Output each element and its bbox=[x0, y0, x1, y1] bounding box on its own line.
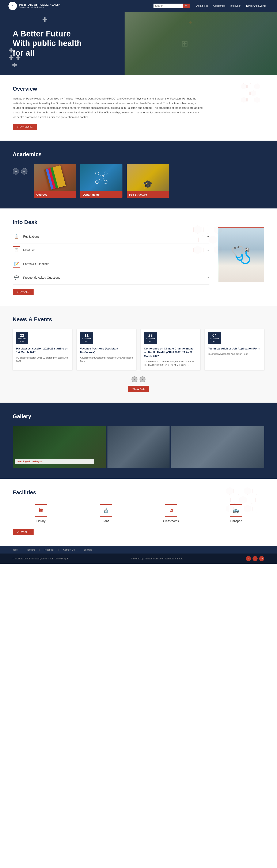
svg-line-5 bbox=[99, 175, 100, 176]
classrooms-icon: 🖥 bbox=[165, 504, 177, 517]
news-prev-btn[interactable]: ← bbox=[132, 376, 137, 382]
news-card-1[interactable]: 22 February2022 PG classes, session 2021… bbox=[13, 329, 73, 370]
gallery-image-1[interactable]: Learning will make you bbox=[13, 426, 106, 468]
info-item-faq[interactable]: 💬 Frequently Asked Questions → bbox=[13, 271, 210, 284]
deco-hexagons-overview bbox=[241, 84, 260, 104]
hero-heading: A Better Future With public health for a… bbox=[13, 29, 82, 58]
academics-next-btn[interactable]: → bbox=[21, 168, 27, 175]
news-text-1: PG classes session 2021-22 starting on 1… bbox=[16, 356, 69, 363]
facilities-deco bbox=[226, 487, 260, 513]
nav-about-iph[interactable]: About IPH bbox=[194, 4, 211, 8]
facility-classrooms[interactable]: 🖥 Classrooms bbox=[143, 504, 199, 523]
footer-link-tenders[interactable]: Tenders bbox=[27, 549, 35, 551]
academics-card-courses[interactable]: Courses bbox=[34, 164, 76, 198]
info-desk-right: 🩺 bbox=[218, 227, 264, 295]
academics-card-departments[interactable]: Departments bbox=[80, 164, 122, 198]
org-name: INSTITUTE OF PUBLIC HEALTH bbox=[19, 3, 60, 6]
gallery-banner: Learning will make you bbox=[15, 459, 94, 464]
gallery-image-3[interactable] bbox=[171, 426, 264, 468]
news-text-4: Technical Advisor Job Application Form bbox=[208, 352, 261, 356]
overview-text: Institute of Public Health is recognized… bbox=[13, 96, 203, 120]
navbar: IPH INSTITUTE OF PUBLIC HEALTH Governmen… bbox=[0, 0, 277, 12]
svg-point-3 bbox=[95, 180, 99, 184]
search-button[interactable]: 🔍 bbox=[183, 4, 190, 8]
logo-icon: IPH bbox=[8, 2, 17, 10]
gallery-grid: Learning will make you bbox=[13, 426, 264, 468]
nav-info-desk[interactable]: Info Desk bbox=[228, 4, 244, 8]
linkedin-icon[interactable]: in bbox=[259, 556, 264, 561]
logo[interactable]: IPH INSTITUTE OF PUBLIC HEALTH Governmen… bbox=[8, 2, 60, 10]
overview-title: Overview bbox=[13, 86, 264, 92]
forms-label: Forms & Guidelines bbox=[23, 262, 206, 266]
faq-arrow: → bbox=[206, 276, 210, 279]
news-card-2[interactable]: 11 December2021 Vacancy Positions (Assis… bbox=[77, 329, 136, 370]
news-text-3: Conference on Climate Change Impact on P… bbox=[144, 360, 197, 367]
news-events-section: News & Events 22 February2022 PG classes… bbox=[0, 306, 277, 403]
svg-point-4 bbox=[104, 180, 107, 184]
facilities-view-all-btn[interactable]: VIEW ALL bbox=[13, 529, 33, 535]
departments-image bbox=[80, 164, 122, 191]
view-more-button[interactable]: VIEW MORE bbox=[13, 124, 37, 130]
classrooms-label: Classrooms bbox=[143, 519, 199, 523]
departments-label: Departments bbox=[80, 191, 122, 198]
academics-title: Academics bbox=[13, 151, 264, 158]
faq-icon: 💬 bbox=[13, 274, 20, 281]
footer-link-contact[interactable]: Contact Us bbox=[63, 549, 75, 551]
overview-section: Overview Institute of Public Health is r… bbox=[0, 75, 277, 141]
search-input[interactable] bbox=[154, 4, 183, 8]
news-date-3: 23 December2021 bbox=[144, 332, 157, 344]
fee-image: 🎓 bbox=[127, 164, 169, 191]
news-title-4: Technical Advisor Job Application Form bbox=[208, 347, 261, 350]
facilities-section: Facilities 🏛 Library 🔬 Labs 🖥 Classrooms… bbox=[0, 479, 277, 546]
info-desk-view-all-btn[interactable]: VIEW ALL bbox=[13, 289, 33, 295]
academics-prev-btn[interactable]: ← bbox=[13, 168, 19, 175]
fee-label: Fee Structure bbox=[127, 191, 169, 198]
news-card-4[interactable]: 04 December2021 Technical Advisor Job Ap… bbox=[204, 329, 264, 370]
svg-line-7 bbox=[99, 179, 100, 180]
footer-link-feedback[interactable]: Feedback bbox=[44, 549, 54, 551]
facebook-icon[interactable]: f bbox=[246, 556, 251, 561]
twitter-icon[interactable]: t bbox=[252, 556, 257, 561]
academics-nav: ← → bbox=[13, 168, 27, 175]
news-nav: ← → bbox=[13, 376, 264, 382]
svg-point-1 bbox=[95, 172, 99, 175]
news-title-1: PG classes, session 2021-22 starting on … bbox=[16, 347, 69, 354]
navbar-right: 🔍 About IPH Academics Info Desk News And… bbox=[154, 4, 269, 8]
news-title-3: Conference on Climate Change Impact on P… bbox=[144, 347, 197, 358]
publications-label: Publications bbox=[23, 235, 206, 238]
gallery-image-2[interactable] bbox=[108, 426, 169, 468]
academics-section: Academics ← → Courses bbox=[0, 141, 277, 209]
footer-copyright: © Institute of Public Health, Government… bbox=[13, 557, 68, 560]
hero-image-inner bbox=[124, 12, 277, 75]
nav-news-events[interactable]: News And Events bbox=[244, 4, 269, 8]
publications-icon: 📋 bbox=[13, 233, 20, 240]
news-cards-container: 22 February2022 PG classes, session 2021… bbox=[13, 329, 264, 370]
footer-social-icons: f t in bbox=[246, 556, 264, 561]
hero-text: A Better Future With public health for a… bbox=[13, 29, 82, 58]
hero-image bbox=[124, 12, 277, 75]
news-next-btn[interactable]: → bbox=[140, 376, 145, 382]
faq-label: Frequently Asked Questions bbox=[23, 276, 206, 279]
info-item-forms[interactable]: 📝 Forms & Guidelines → bbox=[13, 257, 210, 271]
news-events-title: News & Events bbox=[13, 316, 264, 323]
svg-point-2 bbox=[104, 172, 107, 175]
courses-image bbox=[34, 164, 76, 191]
info-item-merit-list[interactable]: 📋 Merit List → bbox=[13, 244, 210, 257]
labs-label: Labs bbox=[78, 519, 134, 523]
info-desk-section: Info Desk 📋 Publications → 📋 Merit List … bbox=[0, 209, 277, 306]
facility-labs[interactable]: 🔬 Labs bbox=[78, 504, 134, 523]
facility-library[interactable]: 🏛 Library bbox=[13, 504, 69, 523]
hero-section: A Better Future With public health for a… bbox=[0, 12, 277, 75]
academics-card-fee[interactable]: 🎓 Fee Structure bbox=[127, 164, 169, 198]
info-item-publications[interactable]: 📋 Publications → bbox=[13, 230, 210, 244]
logo-text: INSTITUTE OF PUBLIC HEALTH Government of… bbox=[19, 3, 60, 9]
nav-academics[interactable]: Academics bbox=[211, 4, 228, 8]
info-desk-hex-deco bbox=[193, 225, 222, 254]
footer-link-sitemap[interactable]: Sitemap bbox=[84, 549, 92, 551]
footer-link-jobs[interactable]: Jobs bbox=[13, 549, 18, 551]
news-view-all-btn[interactable]: VIEW ALL bbox=[128, 386, 149, 392]
news-card-3[interactable]: 23 December2021 Conference on Climate Ch… bbox=[141, 329, 200, 370]
info-desk-items: 📋 Publications → 📋 Merit List → 📝 Forms … bbox=[13, 230, 210, 284]
svg-line-8 bbox=[103, 179, 104, 180]
academics-cards: Courses bbox=[34, 164, 169, 198]
